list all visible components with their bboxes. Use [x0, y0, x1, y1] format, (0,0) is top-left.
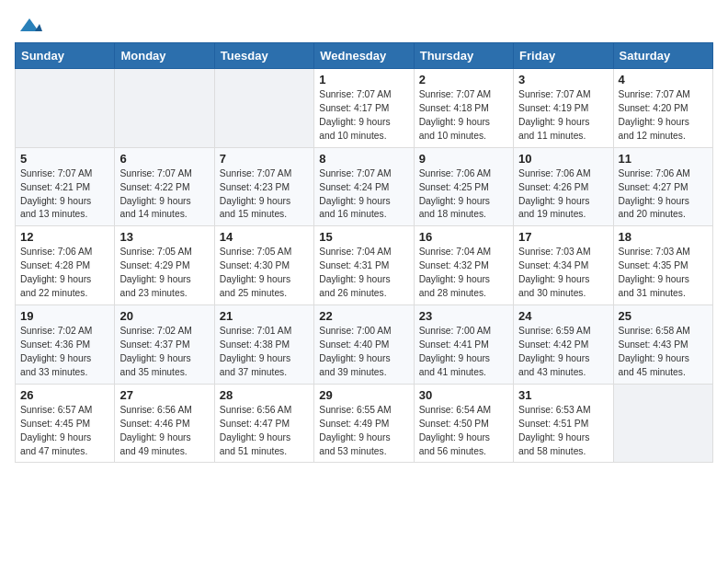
cell-content: Sunrise: 7:07 AM Sunset: 4:22 PM Dayligh…	[119, 167, 209, 223]
day-number: 14	[220, 230, 309, 244]
cell-content: Sunrise: 7:00 AM Sunset: 4:40 PM Dayligh…	[319, 325, 408, 380]
cell-content: Sunrise: 6:53 AM Sunset: 4:51 PM Dayligh…	[518, 404, 608, 459]
calendar-cell: 28Sunrise: 6:56 AM Sunset: 4:47 PM Dayli…	[214, 384, 313, 463]
cell-content: Sunrise: 7:07 AM Sunset: 4:18 PM Dayligh…	[419, 88, 508, 144]
calendar-cell: 6Sunrise: 7:07 AM Sunset: 4:22 PM Daylig…	[115, 147, 214, 226]
calendar-cell: 10Sunrise: 7:06 AM Sunset: 4:26 PM Dayli…	[514, 147, 613, 226]
day-number: 16	[419, 230, 508, 244]
calendar-cell: 5Sunrise: 7:07 AM Sunset: 4:21 PM Daylig…	[16, 147, 115, 226]
svg-marker-0	[20, 18, 39, 31]
cell-content: Sunrise: 7:05 AM Sunset: 4:30 PM Dayligh…	[220, 246, 309, 301]
day-number: 24	[518, 309, 608, 323]
col-header-saturday: Saturday	[613, 43, 712, 69]
calendar-cell: 12Sunrise: 7:06 AM Sunset: 4:28 PM Dayli…	[16, 226, 115, 305]
cell-content: Sunrise: 7:01 AM Sunset: 4:38 PM Dayligh…	[220, 325, 309, 380]
logo-icon	[17, 15, 42, 35]
cell-content: Sunrise: 7:07 AM Sunset: 4:17 PM Dayligh…	[319, 88, 408, 144]
page-header	[15, 15, 713, 31]
day-number: 5	[20, 152, 109, 166]
col-header-wednesday: Wednesday	[314, 43, 414, 69]
cell-content: Sunrise: 6:58 AM Sunset: 4:43 PM Dayligh…	[619, 325, 708, 380]
calendar-cell	[613, 384, 712, 463]
calendar-cell: 30Sunrise: 6:54 AM Sunset: 4:50 PM Dayli…	[414, 384, 513, 463]
calendar-cell: 18Sunrise: 7:03 AM Sunset: 4:35 PM Dayli…	[613, 226, 712, 305]
day-number: 9	[419, 152, 508, 166]
day-number: 23	[419, 309, 508, 323]
col-header-thursday: Thursday	[414, 43, 513, 69]
cell-content: Sunrise: 7:07 AM Sunset: 4:19 PM Dayligh…	[518, 88, 608, 144]
col-header-friday: Friday	[514, 43, 613, 69]
cell-content: Sunrise: 7:06 AM Sunset: 4:28 PM Dayligh…	[20, 246, 109, 301]
cell-content: Sunrise: 7:04 AM Sunset: 4:31 PM Dayligh…	[319, 246, 408, 301]
cell-content: Sunrise: 7:02 AM Sunset: 4:37 PM Dayligh…	[119, 325, 209, 380]
logo	[15, 15, 42, 31]
calendar-cell: 14Sunrise: 7:05 AM Sunset: 4:30 PM Dayli…	[214, 226, 313, 305]
day-number: 19	[20, 309, 109, 323]
calendar-cell: 17Sunrise: 7:03 AM Sunset: 4:34 PM Dayli…	[514, 226, 613, 305]
col-header-tuesday: Tuesday	[214, 43, 313, 69]
day-number: 2	[419, 73, 508, 86]
cell-content: Sunrise: 7:03 AM Sunset: 4:35 PM Dayligh…	[619, 246, 708, 301]
day-number: 13	[119, 230, 209, 244]
day-number: 28	[220, 388, 309, 402]
day-number: 11	[619, 152, 708, 166]
day-number: 10	[518, 152, 608, 166]
cell-content: Sunrise: 7:07 AM Sunset: 4:23 PM Dayligh…	[220, 167, 309, 223]
day-number: 21	[220, 309, 309, 323]
day-number: 27	[119, 388, 209, 402]
cell-content: Sunrise: 7:00 AM Sunset: 4:41 PM Dayligh…	[419, 325, 508, 380]
cell-content: Sunrise: 6:56 AM Sunset: 4:46 PM Dayligh…	[119, 404, 209, 459]
calendar-cell: 20Sunrise: 7:02 AM Sunset: 4:37 PM Dayli…	[115, 305, 214, 385]
calendar-cell: 23Sunrise: 7:00 AM Sunset: 4:41 PM Dayli…	[414, 305, 513, 385]
week-row-1: 5Sunrise: 7:07 AM Sunset: 4:21 PM Daylig…	[16, 147, 713, 226]
day-number: 22	[319, 309, 408, 323]
day-number: 15	[319, 230, 408, 244]
calendar-cell: 8Sunrise: 7:07 AM Sunset: 4:24 PM Daylig…	[314, 147, 414, 226]
calendar-cell: 21Sunrise: 7:01 AM Sunset: 4:38 PM Dayli…	[214, 305, 313, 385]
calendar-cell: 19Sunrise: 7:02 AM Sunset: 4:36 PM Dayli…	[16, 305, 115, 385]
cell-content: Sunrise: 7:04 AM Sunset: 4:32 PM Dayligh…	[419, 246, 508, 301]
calendar-cell: 2Sunrise: 7:07 AM Sunset: 4:18 PM Daylig…	[414, 69, 513, 148]
cell-content: Sunrise: 6:54 AM Sunset: 4:50 PM Dayligh…	[419, 404, 508, 459]
day-number: 12	[20, 230, 109, 244]
day-number: 29	[319, 388, 408, 402]
cell-content: Sunrise: 7:05 AM Sunset: 4:29 PM Dayligh…	[119, 246, 209, 301]
calendar-cell: 27Sunrise: 6:56 AM Sunset: 4:46 PM Dayli…	[115, 384, 214, 463]
calendar-cell: 31Sunrise: 6:53 AM Sunset: 4:51 PM Dayli…	[514, 384, 613, 463]
calendar-cell: 7Sunrise: 7:07 AM Sunset: 4:23 PM Daylig…	[214, 147, 313, 226]
calendar-cell: 16Sunrise: 7:04 AM Sunset: 4:32 PM Dayli…	[414, 226, 513, 305]
day-number: 18	[619, 230, 708, 244]
day-number: 31	[518, 388, 608, 402]
calendar-cell: 24Sunrise: 6:59 AM Sunset: 4:42 PM Dayli…	[514, 305, 613, 385]
day-number: 1	[319, 73, 408, 86]
day-number: 4	[619, 73, 708, 86]
calendar-cell	[115, 69, 214, 148]
calendar-header-row: SundayMondayTuesdayWednesdayThursdayFrid…	[16, 43, 713, 69]
calendar-cell: 11Sunrise: 7:06 AM Sunset: 4:27 PM Dayli…	[613, 147, 712, 226]
calendar-cell: 3Sunrise: 7:07 AM Sunset: 4:19 PM Daylig…	[514, 69, 613, 148]
cell-content: Sunrise: 7:06 AM Sunset: 4:26 PM Dayligh…	[518, 167, 608, 223]
cell-content: Sunrise: 7:02 AM Sunset: 4:36 PM Dayligh…	[20, 325, 109, 380]
calendar-cell: 26Sunrise: 6:57 AM Sunset: 4:45 PM Dayli…	[16, 384, 115, 463]
day-number: 8	[319, 152, 408, 166]
calendar-cell: 4Sunrise: 7:07 AM Sunset: 4:20 PM Daylig…	[613, 69, 712, 148]
calendar-cell: 1Sunrise: 7:07 AM Sunset: 4:17 PM Daylig…	[314, 69, 414, 148]
calendar-cell: 29Sunrise: 6:55 AM Sunset: 4:49 PM Dayli…	[314, 384, 414, 463]
week-row-3: 19Sunrise: 7:02 AM Sunset: 4:36 PM Dayli…	[16, 305, 713, 385]
calendar-cell: 25Sunrise: 6:58 AM Sunset: 4:43 PM Dayli…	[613, 305, 712, 385]
col-header-sunday: Sunday	[16, 43, 115, 69]
calendar-cell	[16, 69, 115, 148]
day-number: 26	[20, 388, 109, 402]
cell-content: Sunrise: 7:06 AM Sunset: 4:27 PM Dayligh…	[619, 167, 708, 223]
day-number: 7	[220, 152, 309, 166]
col-header-monday: Monday	[115, 43, 214, 69]
cell-content: Sunrise: 7:06 AM Sunset: 4:25 PM Dayligh…	[419, 167, 508, 223]
calendar-cell: 9Sunrise: 7:06 AM Sunset: 4:25 PM Daylig…	[414, 147, 513, 226]
day-number: 6	[119, 152, 209, 166]
day-number: 3	[518, 73, 608, 86]
week-row-0: 1Sunrise: 7:07 AM Sunset: 4:17 PM Daylig…	[16, 69, 713, 148]
day-number: 17	[518, 230, 608, 244]
cell-content: Sunrise: 7:07 AM Sunset: 4:20 PM Dayligh…	[619, 88, 708, 144]
cell-content: Sunrise: 7:03 AM Sunset: 4:34 PM Dayligh…	[518, 246, 608, 301]
calendar-cell: 13Sunrise: 7:05 AM Sunset: 4:29 PM Dayli…	[115, 226, 214, 305]
